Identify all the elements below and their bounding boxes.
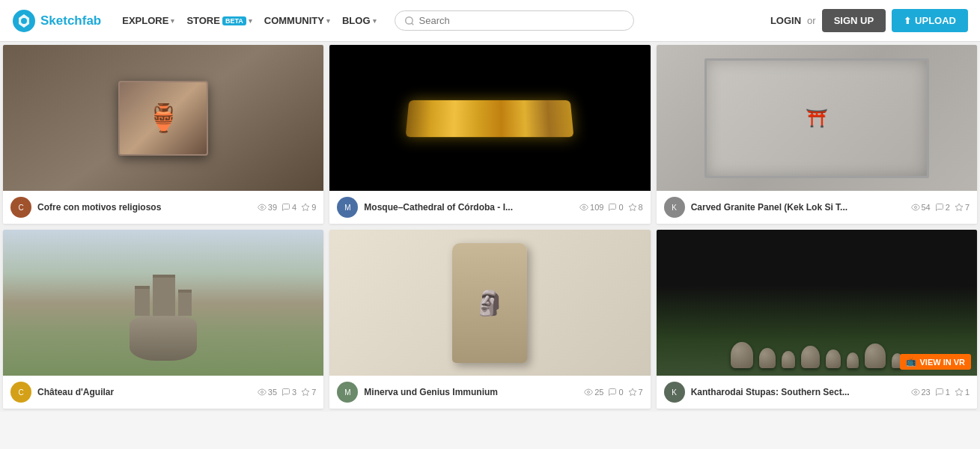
comment-icon — [281, 388, 290, 397]
avatar: K — [664, 382, 685, 403]
eye-icon — [579, 203, 588, 212]
vr-label: VIEW IN VR — [919, 358, 965, 367]
card-image: 🗿 — [329, 230, 650, 376]
avatar: M — [337, 382, 358, 403]
comments-stat: 1 — [935, 388, 950, 397]
svg-point-5 — [261, 207, 263, 209]
card-2[interactable]: M Mosque–Cathedral of Córdoba - I... 109… — [329, 45, 650, 224]
card-title: Mosque–Cathedral of Córdoba - I... — [364, 202, 573, 213]
card-6[interactable]: 📺 VIEW IN VR K Kantharodai Stupas: South… — [657, 230, 977, 409]
comments-count: 4 — [292, 203, 296, 212]
search-icon — [404, 16, 415, 26]
card-info: K Carved Granite Panel (Kek Lok Si T... … — [657, 191, 977, 224]
explore-chevron-icon: ▾ — [171, 17, 174, 25]
eye-icon — [584, 388, 593, 397]
card-image — [329, 45, 650, 191]
signup-button[interactable]: SIGN UP — [822, 9, 886, 32]
card-info: M Mosque–Cathedral of Córdoba - I... 109… — [329, 191, 650, 224]
nav-explore[interactable]: EXPLORE ▾ — [116, 0, 180, 42]
logo[interactable]: Sketchfab — [12, 9, 101, 33]
comments-stat: 0 — [608, 388, 623, 397]
card-info: M Minerva und Genius Immunium 25 0 7 — [329, 376, 650, 409]
likes-count: 8 — [639, 203, 643, 212]
comments-stat: 4 — [281, 203, 296, 212]
upload-icon: ⬆ — [904, 16, 911, 26]
views-count: 23 — [922, 388, 931, 397]
eye-icon — [258, 388, 267, 397]
likes-count: 7 — [311, 388, 316, 397]
blog-chevron-icon: ▾ — [373, 17, 377, 25]
card-1[interactable]: 🏺 C Cofre con motivos religiosos 39 4 9 — [3, 45, 323, 224]
svg-marker-8 — [629, 204, 636, 211]
svg-point-2 — [21, 18, 27, 24]
card-stats: 25 0 7 — [584, 388, 643, 397]
svg-point-11 — [261, 391, 263, 394]
svg-marker-12 — [302, 388, 309, 396]
views-count: 54 — [922, 203, 931, 212]
views-stat: 39 — [258, 203, 277, 212]
eye-icon — [258, 203, 267, 212]
views-stat: 54 — [911, 203, 931, 212]
views-stat: 23 — [911, 388, 931, 397]
login-link[interactable]: LOGIN — [770, 15, 801, 26]
card-4[interactable]: C Château d'Aguilar 35 3 7 — [3, 230, 323, 409]
star-icon — [301, 203, 310, 212]
card-title: Château d'Aguilar — [37, 387, 252, 397]
comments-count: 1 — [946, 388, 950, 397]
svg-marker-10 — [955, 204, 963, 211]
vr-icon: 📺 — [906, 357, 916, 367]
svg-point-7 — [583, 207, 585, 209]
card-3[interactable]: ⛩️ K Carved Granite Panel (Kek Lok Si T.… — [657, 45, 977, 224]
star-icon — [955, 388, 964, 397]
nav-blog[interactable]: BLOG ▾ — [336, 0, 383, 42]
community-chevron-icon: ▾ — [326, 17, 330, 25]
likes-stat: 7 — [955, 203, 970, 212]
views-count: 35 — [268, 388, 277, 397]
card-stats: 39 4 9 — [258, 203, 317, 212]
or-text: or — [807, 15, 816, 26]
card-info: K Kantharodai Stupas: Southern Sect... 2… — [657, 376, 977, 409]
likes-count: 7 — [965, 203, 970, 212]
comments-count: 2 — [946, 203, 950, 212]
nav-community[interactable]: COMMUNITY ▾ — [258, 0, 336, 42]
header: Sketchfab EXPLORE ▾ STORE BETA ▾ COMMUNI… — [0, 0, 980, 42]
views-count: 39 — [268, 203, 277, 212]
upload-button[interactable]: ⬆ UPLOAD — [892, 9, 968, 32]
comments-count: 0 — [618, 203, 623, 212]
svg-point-9 — [914, 207, 916, 209]
comments-stat: 2 — [935, 203, 950, 212]
explore-label: EXPLORE — [122, 15, 168, 26]
comments-stat: 0 — [608, 203, 623, 212]
card-title: Kantharodai Stupas: Southern Sect... — [691, 387, 905, 397]
card-image: 📺 VIEW IN VR — [657, 230, 977, 376]
comments-stat: 3 — [281, 388, 296, 397]
comment-icon — [608, 388, 617, 397]
comments-count: 3 — [292, 388, 296, 397]
likes-stat: 8 — [628, 203, 643, 212]
community-label: COMMUNITY — [264, 15, 324, 26]
search-input[interactable] — [419, 15, 624, 26]
blog-label: BLOG — [342, 15, 371, 26]
main-nav: EXPLORE ▾ STORE BETA ▾ COMMUNITY ▾ BLOG … — [116, 0, 382, 42]
star-icon — [628, 203, 637, 212]
views-count: 109 — [590, 203, 603, 212]
avatar: C — [10, 197, 31, 218]
card-stats: 109 0 8 — [579, 203, 643, 212]
avatar: K — [664, 197, 685, 218]
avatar: M — [337, 197, 358, 218]
comment-icon — [608, 203, 617, 212]
avatar: C — [10, 382, 31, 403]
svg-marker-16 — [955, 388, 963, 396]
search-bar[interactable] — [395, 10, 634, 31]
card-info: C Château d'Aguilar 35 3 7 — [3, 376, 323, 409]
card-5[interactable]: 🗿 M Minerva und Genius Immunium 25 0 7 — [329, 230, 650, 409]
likes-stat: 7 — [628, 388, 643, 397]
nav-store[interactable]: STORE BETA ▾ — [180, 0, 258, 42]
card-stats: 54 2 7 — [911, 203, 970, 212]
likes-stat: 1 — [955, 388, 970, 397]
likes-count: 1 — [965, 388, 970, 397]
eye-icon — [911, 388, 920, 397]
likes-stat: 7 — [301, 388, 316, 397]
vr-badge[interactable]: 📺 VIEW IN VR — [900, 354, 971, 370]
model-grid: 🏺 C Cofre con motivos religiosos 39 4 9 — [0, 42, 980, 412]
